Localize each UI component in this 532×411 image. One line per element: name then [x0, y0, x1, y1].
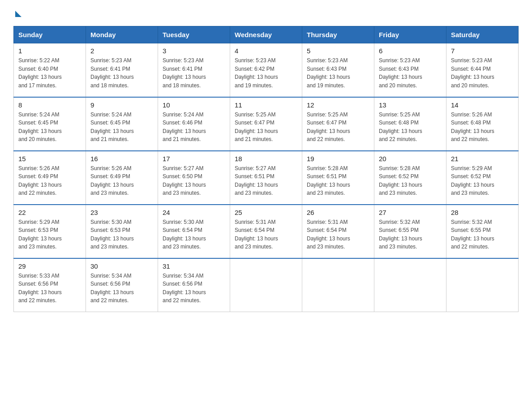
calendar-cell: 29Sunrise: 5:33 AMSunset: 6:56 PMDayligh… — [14, 258, 86, 312]
calendar-cell: 22Sunrise: 5:29 AMSunset: 6:53 PMDayligh… — [14, 205, 86, 258]
day-number: 9 — [90, 101, 153, 109]
weekday-header-thursday: Thursday — [302, 26, 374, 43]
day-info: Sunrise: 5:29 AMSunset: 6:52 PMDaylight:… — [451, 164, 514, 197]
calendar-cell: 4Sunrise: 5:23 AMSunset: 6:42 PMDaylight… — [230, 43, 302, 97]
day-number: 18 — [235, 155, 297, 163]
day-number: 7 — [451, 47, 514, 55]
day-info: Sunrise: 5:31 AMSunset: 6:54 PMDaylight:… — [307, 218, 369, 251]
calendar-cell: 19Sunrise: 5:28 AMSunset: 6:51 PMDayligh… — [302, 151, 374, 205]
day-info: Sunrise: 5:26 AMSunset: 6:49 PMDaylight:… — [18, 164, 81, 197]
calendar-cell: 5Sunrise: 5:23 AMSunset: 6:43 PMDaylight… — [302, 43, 374, 97]
day-info: Sunrise: 5:23 AMSunset: 6:42 PMDaylight:… — [235, 56, 297, 90]
calendar-cell: 14Sunrise: 5:26 AMSunset: 6:48 PMDayligh… — [446, 97, 519, 151]
day-info: Sunrise: 5:24 AMSunset: 6:45 PMDaylight:… — [18, 111, 81, 144]
day-number: 1 — [18, 47, 81, 55]
calendar-cell: 20Sunrise: 5:28 AMSunset: 6:52 PMDayligh… — [374, 151, 446, 205]
day-info: Sunrise: 5:32 AMSunset: 6:55 PMDaylight:… — [379, 218, 442, 251]
calendar-cell: 16Sunrise: 5:26 AMSunset: 6:49 PMDayligh… — [86, 151, 158, 205]
week-row-5: 29Sunrise: 5:33 AMSunset: 6:56 PMDayligh… — [14, 258, 519, 312]
day-number: 14 — [451, 101, 514, 109]
day-number: 25 — [235, 209, 297, 216]
day-number: 31 — [163, 262, 225, 270]
calendar-cell: 31Sunrise: 5:34 AMSunset: 6:56 PMDayligh… — [158, 258, 230, 312]
weekday-header-wednesday: Wednesday — [230, 26, 302, 43]
day-number: 20 — [379, 155, 442, 163]
calendar-cell: 25Sunrise: 5:31 AMSunset: 6:54 PMDayligh… — [230, 205, 302, 258]
day-info: Sunrise: 5:27 AMSunset: 6:50 PMDaylight:… — [163, 164, 225, 197]
calendar-cell: 21Sunrise: 5:29 AMSunset: 6:52 PMDayligh… — [446, 151, 519, 205]
day-number: 17 — [163, 155, 225, 163]
day-number: 26 — [307, 209, 369, 216]
day-info: Sunrise: 5:23 AMSunset: 6:43 PMDaylight:… — [307, 56, 369, 90]
day-info: Sunrise: 5:26 AMSunset: 6:48 PMDaylight:… — [451, 111, 514, 144]
calendar-cell — [374, 258, 446, 312]
calendar-body: 1Sunrise: 5:22 AMSunset: 6:40 PMDaylight… — [14, 43, 519, 312]
calendar-cell: 15Sunrise: 5:26 AMSunset: 6:49 PMDayligh… — [14, 151, 86, 205]
calendar-cell: 28Sunrise: 5:32 AMSunset: 6:55 PMDayligh… — [446, 205, 519, 258]
day-info: Sunrise: 5:31 AMSunset: 6:54 PMDaylight:… — [235, 218, 297, 251]
day-info: Sunrise: 5:25 AMSunset: 6:47 PMDaylight:… — [307, 111, 369, 144]
day-info: Sunrise: 5:28 AMSunset: 6:51 PMDaylight:… — [307, 164, 369, 197]
logo — [13, 9, 21, 17]
day-number: 28 — [451, 209, 514, 216]
day-number: 12 — [307, 101, 369, 109]
day-number: 29 — [18, 262, 81, 270]
day-number: 27 — [379, 209, 442, 216]
day-number: 2 — [90, 47, 153, 55]
day-info: Sunrise: 5:30 AMSunset: 6:53 PMDaylight:… — [90, 218, 153, 251]
day-number: 5 — [307, 47, 369, 55]
day-info: Sunrise: 5:23 AMSunset: 6:44 PMDaylight:… — [451, 56, 514, 90]
day-number: 15 — [18, 155, 81, 163]
calendar-cell: 13Sunrise: 5:25 AMSunset: 6:48 PMDayligh… — [374, 97, 446, 151]
day-info: Sunrise: 5:30 AMSunset: 6:54 PMDaylight:… — [163, 218, 225, 251]
day-info: Sunrise: 5:34 AMSunset: 6:56 PMDaylight:… — [90, 272, 153, 305]
day-number: 11 — [235, 101, 297, 109]
day-info: Sunrise: 5:25 AMSunset: 6:48 PMDaylight:… — [379, 111, 442, 144]
calendar-cell: 6Sunrise: 5:23 AMSunset: 6:43 PMDaylight… — [374, 43, 446, 97]
calendar-cell — [302, 258, 374, 312]
weekday-header-tuesday: Tuesday — [158, 26, 230, 43]
day-number: 8 — [18, 101, 81, 109]
day-info: Sunrise: 5:27 AMSunset: 6:51 PMDaylight:… — [235, 164, 297, 197]
calendar-cell: 11Sunrise: 5:25 AMSunset: 6:47 PMDayligh… — [230, 97, 302, 151]
weekday-header-sunday: Sunday — [14, 26, 86, 43]
day-number: 19 — [307, 155, 369, 163]
weekday-header-monday: Monday — [86, 26, 158, 43]
day-info: Sunrise: 5:33 AMSunset: 6:56 PMDaylight:… — [18, 272, 81, 305]
day-info: Sunrise: 5:32 AMSunset: 6:55 PMDaylight:… — [451, 218, 514, 251]
day-info: Sunrise: 5:29 AMSunset: 6:53 PMDaylight:… — [18, 218, 81, 251]
calendar-cell: 1Sunrise: 5:22 AMSunset: 6:40 PMDaylight… — [14, 43, 86, 97]
day-number: 21 — [451, 155, 514, 163]
day-info: Sunrise: 5:24 AMSunset: 6:45 PMDaylight:… — [90, 111, 153, 144]
calendar-cell: 17Sunrise: 5:27 AMSunset: 6:50 PMDayligh… — [158, 151, 230, 205]
calendar-cell: 30Sunrise: 5:34 AMSunset: 6:56 PMDayligh… — [86, 258, 158, 312]
calendar-cell: 7Sunrise: 5:23 AMSunset: 6:44 PMDaylight… — [446, 43, 519, 97]
calendar-cell — [230, 258, 302, 312]
calendar-cell — [446, 258, 519, 312]
day-number: 30 — [90, 262, 153, 270]
calendar-cell: 26Sunrise: 5:31 AMSunset: 6:54 PMDayligh… — [302, 205, 374, 258]
calendar-table: SundayMondayTuesdayWednesdayThursdayFrid… — [13, 26, 519, 312]
day-info: Sunrise: 5:23 AMSunset: 6:41 PMDaylight:… — [163, 56, 225, 90]
calendar-cell: 27Sunrise: 5:32 AMSunset: 6:55 PMDayligh… — [374, 205, 446, 258]
week-row-2: 8Sunrise: 5:24 AMSunset: 6:45 PMDaylight… — [14, 97, 519, 151]
day-number: 23 — [90, 209, 153, 216]
calendar-cell: 23Sunrise: 5:30 AMSunset: 6:53 PMDayligh… — [86, 205, 158, 258]
day-info: Sunrise: 5:23 AMSunset: 6:43 PMDaylight:… — [379, 56, 442, 90]
logo-triangle-icon — [15, 11, 21, 17]
calendar-header: SundayMondayTuesdayWednesdayThursdayFrid… — [14, 26, 519, 43]
calendar-cell: 10Sunrise: 5:24 AMSunset: 6:46 PMDayligh… — [158, 97, 230, 151]
day-info: Sunrise: 5:28 AMSunset: 6:52 PMDaylight:… — [379, 164, 442, 197]
calendar-cell: 2Sunrise: 5:23 AMSunset: 6:41 PMDaylight… — [86, 43, 158, 97]
day-number: 24 — [163, 209, 225, 216]
day-number: 4 — [235, 47, 297, 55]
page-header — [13, 9, 519, 17]
day-number: 22 — [18, 209, 81, 216]
calendar-cell: 18Sunrise: 5:27 AMSunset: 6:51 PMDayligh… — [230, 151, 302, 205]
day-info: Sunrise: 5:34 AMSunset: 6:56 PMDaylight:… — [163, 272, 225, 305]
week-row-1: 1Sunrise: 5:22 AMSunset: 6:40 PMDaylight… — [14, 43, 519, 97]
weekday-header-saturday: Saturday — [446, 26, 519, 43]
day-number: 3 — [163, 47, 225, 55]
week-row-3: 15Sunrise: 5:26 AMSunset: 6:49 PMDayligh… — [14, 151, 519, 205]
weekday-header-row: SundayMondayTuesdayWednesdayThursdayFrid… — [14, 26, 519, 43]
